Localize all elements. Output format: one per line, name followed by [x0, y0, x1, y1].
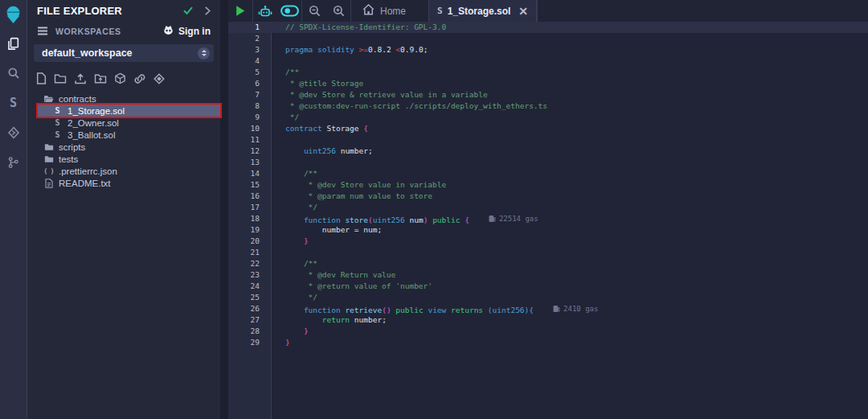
- code-line-text: /**: [272, 67, 868, 78]
- chevron-right-icon[interactable]: [204, 6, 211, 15]
- zoom-in-icon[interactable]: [326, 0, 350, 22]
- gas-estimate-badge: 22514 gas: [489, 213, 538, 224]
- code-line: 10contract Storage {: [228, 123, 868, 134]
- code-line: 8 * @custom:dev-run-script ./scripts/dep…: [228, 101, 868, 112]
- file-actions-toolbar: [27, 62, 220, 84]
- code-line-text: /**: [272, 168, 868, 179]
- code-line: 7 * @dev Store & retrieve value in a var…: [228, 89, 868, 101]
- link-icon[interactable]: [133, 73, 146, 84]
- remix-logo-icon[interactable]: [4, 4, 23, 25]
- upload-file-icon[interactable]: [74, 73, 87, 84]
- file-icon: [43, 179, 54, 188]
- line-number: 15: [228, 179, 272, 191]
- separator: [537, 0, 538, 22]
- code-line: 29}: [228, 337, 868, 348]
- line-number: 16: [228, 191, 272, 202]
- code-line-text: [272, 157, 868, 168]
- diamond-icon[interactable]: [154, 73, 165, 84]
- tree-item-label: README.txt: [59, 179, 111, 188]
- close-tab-icon[interactable]: ✕: [518, 6, 528, 17]
- code-line: 21: [228, 247, 868, 258]
- code-line-text: contract Storage {: [272, 123, 868, 134]
- code-line-text: [272, 33, 868, 44]
- tree-item-label: 1_Storage.sol: [68, 106, 125, 116]
- code-line: 2: [228, 33, 868, 44]
- new-file-icon[interactable]: [36, 72, 47, 84]
- code-line: 18 function store(uint256 num) public {2…: [228, 213, 868, 224]
- code-line-text: }: [272, 326, 868, 337]
- tree-item[interactable]: S3_Ballot.sol: [38, 129, 220, 141]
- tree-item[interactable]: S2_Owner.sol: [38, 117, 220, 129]
- file-explorer-icon[interactable]: [5, 35, 23, 52]
- code-line: 20 }: [228, 236, 868, 247]
- code-line-text: * @dev Store & retrieve value in a varia…: [272, 89, 868, 101]
- copilot-toggle[interactable]: [277, 0, 301, 22]
- solidity-icon: S: [52, 106, 63, 115]
- zoom-out-icon[interactable]: [302, 0, 326, 22]
- solidity-file-icon: S: [437, 6, 443, 16]
- code-line-text: */: [272, 202, 868, 213]
- tab-home[interactable]: Home: [351, 0, 428, 22]
- code-line-text: /**: [272, 258, 868, 269]
- panel-editor-gap: [220, 0, 228, 419]
- line-number: 10: [228, 123, 272, 134]
- code-line: 16 * @param num value to store: [228, 191, 868, 202]
- tree-item-label: contracts: [59, 94, 96, 104]
- code-line-text: [272, 134, 868, 146]
- code-line-text: pragma solidity >=0.8.2 <0.9.0;: [272, 44, 868, 55]
- solidity-compiler-icon[interactable]: S: [5, 94, 23, 112]
- code-line-text: return number;: [272, 314, 868, 326]
- line-number: 3: [228, 44, 272, 55]
- tree-item[interactable]: tests: [38, 153, 220, 165]
- run-script-button[interactable]: [228, 0, 252, 22]
- cube-icon[interactable]: [114, 72, 126, 84]
- workspaces-row: WORKSPACES Sign in: [27, 21, 220, 41]
- line-number: 2: [228, 33, 272, 44]
- sign-in-label: Sign in: [178, 26, 211, 37]
- check-icon[interactable]: [182, 6, 194, 15]
- code-line-text: * @param num value to store: [272, 191, 868, 202]
- workspace-selected-value: default_workspace: [42, 47, 198, 59]
- code-line: 26 function retrieve() public view retur…: [228, 303, 868, 314]
- code-line-text: number = num;: [272, 224, 868, 236]
- code-line: 27 return number;: [228, 314, 868, 326]
- tree-item[interactable]: scripts: [38, 141, 220, 153]
- code-line-text: * @dev Return value: [272, 269, 868, 281]
- line-number: 19: [228, 224, 272, 236]
- line-number: 14: [228, 168, 272, 179]
- code-line-text: */: [272, 292, 868, 303]
- active-tab-label: 1_Storage.sol: [448, 6, 511, 17]
- line-number: 18: [228, 213, 272, 224]
- code-line: 13: [228, 157, 868, 168]
- upload-folder-icon[interactable]: [94, 73, 107, 84]
- line-number: 29: [228, 337, 272, 348]
- line-number: 12: [228, 146, 272, 157]
- workspace-select[interactable]: default_workspace: [34, 44, 214, 62]
- json-icon: ( ): [43, 167, 54, 175]
- line-number: 20: [228, 236, 272, 247]
- workspaces-menu-icon[interactable]: [37, 27, 48, 35]
- line-number: 28: [228, 326, 272, 337]
- tree-item[interactable]: ( ).prettierrc.json: [38, 165, 220, 177]
- remix-ide-window: S FILE EXPLORER WORKSPACES Sign in defau…: [0, 0, 868, 419]
- code-line: 17 */: [228, 202, 868, 213]
- code-line-text: function store(uint256 num) public {2251…: [272, 213, 868, 224]
- line-number: 5: [228, 67, 272, 78]
- code-line: 5/**: [228, 67, 868, 78]
- tree-item[interactable]: README.txt: [38, 177, 220, 189]
- line-number: 26: [228, 303, 272, 314]
- line-number: 27: [228, 314, 272, 326]
- deploy-run-icon[interactable]: [5, 124, 23, 142]
- remix-ai-icon[interactable]: [253, 0, 277, 22]
- line-number: 24: [228, 281, 272, 292]
- git-icon[interactable]: [5, 154, 23, 171]
- tree-item[interactable]: S1_Storage.sol: [38, 105, 220, 117]
- tree-item[interactable]: contracts: [38, 92, 220, 105]
- code-line: 9 */: [228, 112, 868, 123]
- code-editor[interactable]: 1// SPDX-License-Identifier: GPL-3.023pr…: [228, 22, 868, 419]
- search-icon[interactable]: [5, 64, 23, 82]
- tree-item-label: .prettierrc.json: [59, 166, 117, 176]
- sign-in-button[interactable]: Sign in: [162, 25, 211, 38]
- tab-1-storage-sol[interactable]: S 1_Storage.sol ✕: [428, 0, 537, 22]
- new-folder-icon[interactable]: [54, 73, 67, 84]
